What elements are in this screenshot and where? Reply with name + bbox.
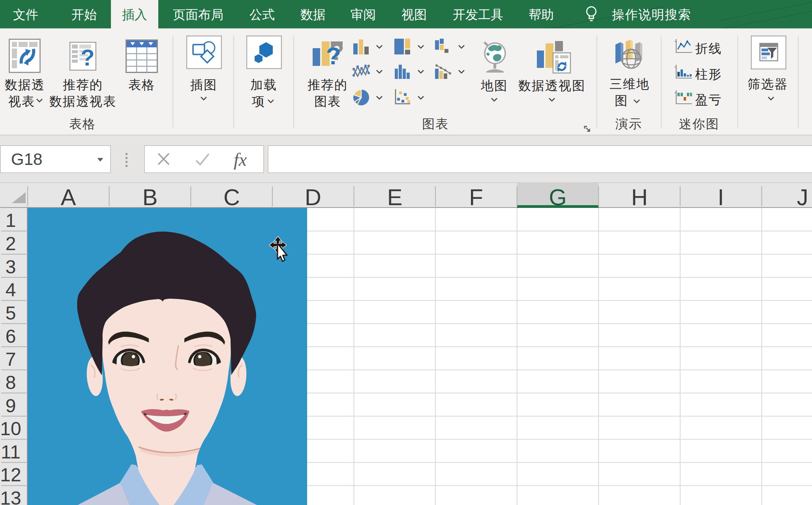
- svg-text:G: G: [549, 184, 566, 210]
- svg-text:C: C: [223, 184, 240, 210]
- svg-text:8: 8: [6, 372, 16, 393]
- svg-text:E: E: [387, 184, 403, 210]
- svg-text:?: ?: [81, 45, 94, 70]
- svg-text:1: 1: [6, 210, 16, 231]
- svg-text:A: A: [61, 184, 76, 210]
- svg-text:6: 6: [6, 326, 16, 347]
- svg-text:11: 11: [1, 441, 21, 462]
- svg-text:?: ?: [326, 42, 341, 69]
- svg-text:H: H: [631, 184, 648, 210]
- svg-text:10: 10: [0, 418, 21, 439]
- svg-text:7: 7: [6, 349, 16, 370]
- svg-text:3: 3: [6, 256, 16, 277]
- svg-text:D: D: [305, 184, 321, 210]
- svg-text:J: J: [797, 184, 808, 210]
- svg-text:5: 5: [6, 303, 16, 324]
- svg-text:9: 9: [6, 395, 16, 416]
- svg-text:4: 4: [6, 279, 16, 300]
- svg-text:F: F: [469, 184, 483, 210]
- svg-text:12: 12: [0, 464, 21, 485]
- svg-text:B: B: [143, 184, 158, 210]
- svg-text:2: 2: [6, 233, 16, 254]
- svg-text:I: I: [718, 184, 724, 210]
- svg-text:13: 13: [0, 488, 21, 505]
